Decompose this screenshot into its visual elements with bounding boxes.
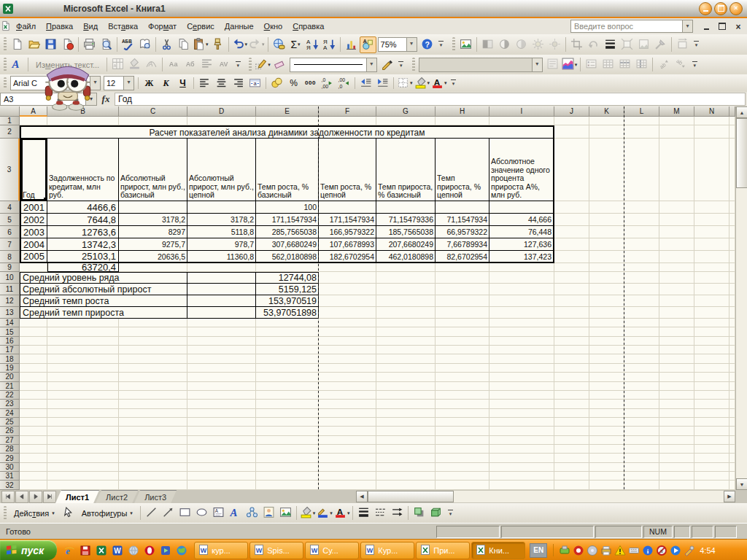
cell-B22[interactable] (47, 391, 119, 400)
start-button[interactable]: пуск (0, 540, 57, 560)
cell-F15[interactable] (319, 327, 376, 336)
cell-L24[interactable] (624, 409, 659, 418)
row-header-25[interactable]: 25 (0, 418, 20, 427)
sort-ascending-icon-button[interactable]: АЯ (304, 36, 321, 53)
line-style-icon-button[interactable] (355, 505, 372, 521)
cell-J26[interactable] (554, 427, 589, 435)
cell-C9[interactable] (119, 263, 187, 272)
toolbar-options-icon[interactable]: ▾ (233, 57, 242, 72)
cell-E3[interactable]: Темп роста, % базисный (256, 139, 319, 201)
cell-I15[interactable] (489, 327, 554, 336)
cell-G19[interactable] (376, 364, 436, 373)
zoom-combo[interactable]: 75%▾ (378, 37, 417, 52)
cell-M25[interactable] (659, 418, 694, 427)
toolbar-options-icon[interactable]: ▾ (690, 57, 699, 72)
cell-J30[interactable] (554, 463, 589, 472)
cell-L10[interactable] (624, 272, 659, 284)
cell-E23[interactable] (256, 400, 319, 408)
tray-cd-icon[interactable] (586, 544, 598, 556)
cell-F6[interactable]: 166,9579322 (319, 226, 376, 238)
cell-N26[interactable] (694, 427, 729, 435)
cell-J21[interactable] (554, 382, 589, 391)
cell-A18[interactable] (20, 354, 47, 363)
column-header-K[interactable]: K (589, 106, 624, 117)
tray-usb-icon[interactable] (558, 544, 570, 556)
cell-B8[interactable]: 25103,1 (47, 251, 119, 263)
cell-L29[interactable] (624, 454, 659, 462)
sheet-tab-лист1[interactable]: Лист1 (55, 490, 99, 503)
cell-L26[interactable] (624, 427, 659, 435)
combo-dropdown-icon[interactable]: ▾ (406, 38, 417, 51)
row-header-31[interactable]: 31 (0, 472, 20, 481)
arrow-icon-button[interactable] (160, 505, 177, 521)
toolbar-grip[interactable] (4, 506, 7, 520)
cell-L16[interactable] (624, 337, 659, 346)
cell-C28[interactable] (119, 445, 187, 454)
increase-indent-icon-button[interactable] (374, 75, 391, 92)
cell-A7[interactable]: 2004 (20, 238, 47, 251)
row-header-10[interactable]: 10 (0, 272, 20, 284)
cell-H20[interactable] (436, 373, 489, 381)
row-header-23[interactable]: 23 (0, 400, 20, 408)
select-all-corner[interactable] (0, 106, 20, 117)
cell-M4[interactable] (659, 201, 694, 214)
cell-I26[interactable] (489, 427, 554, 435)
toolbar-options-icon[interactable]: ▾ (692, 37, 701, 52)
row-header-26[interactable]: 26 (0, 427, 20, 435)
cell-M20[interactable] (659, 373, 694, 381)
cell-L23[interactable] (624, 400, 659, 408)
cell-L22[interactable] (624, 391, 659, 400)
cell-summary-label-12[interactable]: Средний темп роста (20, 295, 187, 307)
align-center-icon-button[interactable] (213, 75, 230, 92)
row-header-24[interactable]: 24 (0, 409, 20, 418)
cell-L14[interactable] (624, 319, 659, 327)
cell-C4[interactable] (119, 201, 187, 214)
tray-keyboard-icon[interactable] (627, 544, 640, 556)
question-input[interactable]: Введите вопрос (570, 20, 683, 33)
cell-J11[interactable] (554, 284, 589, 295)
cell-L21[interactable] (624, 382, 659, 391)
row-header-15[interactable]: 15 (0, 327, 20, 336)
menu-правка[interactable]: Правка (41, 20, 78, 33)
cell-I20[interactable] (489, 373, 554, 381)
cell-K23[interactable] (589, 400, 624, 408)
cell-E29[interactable] (256, 454, 319, 462)
cell-H24[interactable] (436, 409, 489, 418)
cell-L17[interactable] (624, 346, 659, 354)
cell-I6[interactable]: 76,448 (489, 226, 554, 238)
cell-D20[interactable] (187, 373, 256, 381)
cell-C24[interactable] (119, 409, 187, 418)
cell-F8[interactable]: 182,6702954 (319, 251, 376, 263)
cell-L9[interactable] (624, 263, 659, 272)
cell-G10[interactable] (376, 272, 436, 284)
cell-summary-label-11[interactable]: Средний абсолютный прирост (20, 284, 187, 295)
cell-C1[interactable] (119, 117, 187, 125)
cell-B31[interactable] (47, 472, 119, 481)
cell-C16[interactable] (119, 337, 187, 346)
cell-E13[interactable]: 53,97051898 (256, 307, 319, 319)
cell-H27[interactable] (436, 436, 489, 445)
cell-D15[interactable] (187, 327, 256, 336)
cell-F7[interactable]: 107,6678993 (319, 238, 376, 251)
cell-D23[interactable] (187, 400, 256, 408)
cell-A24[interactable] (20, 409, 47, 418)
cell-N13[interactable] (694, 307, 729, 319)
cell-D29[interactable] (187, 454, 256, 462)
cell-F12[interactable] (319, 295, 376, 307)
cell-M5[interactable] (659, 214, 694, 226)
cell-C17[interactable] (119, 346, 187, 354)
row-header-2[interactable]: 2 (0, 125, 20, 139)
cell-M31[interactable] (659, 472, 694, 481)
cell-L13[interactable] (624, 307, 659, 319)
cell-J32[interactable] (554, 481, 589, 489)
cell-L4[interactable] (624, 201, 659, 214)
cell-J9[interactable] (554, 263, 589, 272)
research-icon-button[interactable] (136, 36, 153, 53)
cell-J10[interactable] (554, 272, 589, 284)
cell-J31[interactable] (554, 472, 589, 481)
sheet-tab-лист3[interactable]: Лист3 (134, 490, 177, 503)
tray-opera-red-icon[interactable] (572, 544, 584, 556)
cell-H12[interactable] (436, 295, 489, 307)
cell-J7[interactable] (554, 238, 589, 251)
format-painter-icon-button[interactable] (209, 36, 226, 53)
